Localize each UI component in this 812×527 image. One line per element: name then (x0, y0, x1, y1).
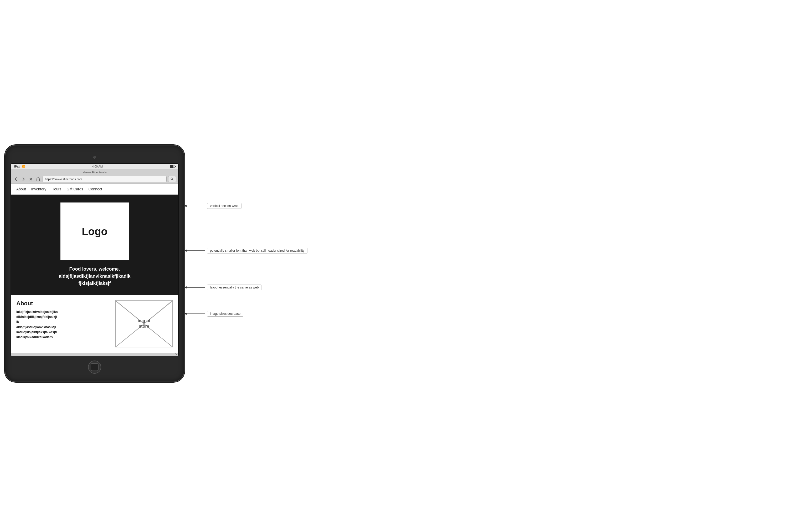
about-section: About lakdjflkjaslkdvnlkdjsalkfjlks dlkf… (11, 295, 178, 353)
arrow-3-svg (184, 285, 205, 289)
svg-point-3 (171, 178, 173, 180)
about-line2: dlkfnlksjdlfkjlksajfdkljsalkjf (16, 314, 110, 319)
url-bar[interactable]: https://hawwesfinefoods.com (43, 176, 166, 182)
about-title: About (16, 300, 110, 307)
logo-box: Logo (60, 202, 129, 260)
annotation-layout: layout essentially the same as web (184, 285, 261, 290)
about-body: lakdjflkjaslkdvnlkdjsalkfjlks dlkfnlksjd… (16, 310, 110, 340)
svg-marker-12 (184, 286, 187, 288)
hero-section: Logo Food lovers, welcome. aldsjfljasdlk… (11, 195, 178, 295)
svg-rect-2 (37, 179, 40, 181)
annotation-font-size: potentially smaller font than web but st… (184, 248, 307, 254)
about-line1: lakdjflkjaslkdvnlkdjsalkfjlks (16, 310, 110, 314)
arrow-2-svg (184, 248, 205, 253)
annotations-panel: vertical section wrap potentially smalle… (184, 171, 807, 356)
device-label: iPad (14, 165, 20, 168)
browser-toolbar: https://hawwesfinefoods.com (11, 175, 178, 184)
annotation-vertical-section-wrap: vertical section wrap (184, 203, 242, 209)
ipad-screen: iPad 📶 4:00 AM Hawes Fine Foods (11, 163, 179, 356)
annotation-label-layout: layout essentially the same as web (207, 285, 261, 290)
status-left: iPad 📶 (14, 165, 25, 168)
annotation-image-sizes: image sizes decrease (184, 311, 243, 317)
about-img-col: img of store (115, 300, 173, 347)
about-line6: kiaclkynlkadnlkfilkadaifk (16, 335, 110, 340)
status-right (170, 165, 175, 168)
annotation-label-vertical-section-wrap: vertical section wrap (207, 203, 242, 209)
svg-marker-14 (184, 313, 187, 315)
home-button[interactable] (88, 360, 101, 374)
svg-line-4 (172, 179, 173, 180)
tagline-line3: fjklsjalkfjlaksjf (59, 280, 130, 287)
status-time: 4:00 AM (92, 165, 102, 168)
ipad-bottom (11, 360, 179, 374)
url-text: https://hawwesfinefoods.com (45, 177, 82, 181)
arrow-4-svg (184, 312, 205, 316)
home-button-inner (91, 363, 99, 371)
close-tab-button[interactable] (28, 176, 34, 182)
svg-marker-8 (184, 205, 187, 207)
browser-title: Hawes Fine Foods (83, 171, 107, 174)
ipad-camera (93, 156, 96, 159)
browser-title-bar: Hawes Fine Foods (11, 169, 178, 175)
forward-button[interactable] (20, 176, 26, 182)
back-button[interactable] (13, 176, 19, 182)
svg-marker-10 (184, 250, 187, 252)
about-line5: kadlkfjklsjalkfjlaksjfalkdsjfl (16, 330, 110, 335)
wifi-icon: 📶 (22, 165, 25, 168)
ipad-top-bar (11, 153, 179, 161)
tagline-line1: Food lovers, welcome. (59, 266, 130, 273)
ios-status-bar: iPad 📶 4:00 AM (11, 164, 178, 169)
arrow-1-svg (184, 204, 205, 208)
logo-text: Logo (82, 226, 107, 238)
site-nav: About Inventory Hours Gift Cards Connect (11, 184, 178, 195)
battery-icon (170, 165, 175, 168)
page-container: iPad 📶 4:00 AM Hawes Fine Foods (5, 145, 807, 382)
scroll-indicator[interactable]: ⇲ (11, 353, 178, 356)
about-text-col: About lakdjflkjaslkdvnlkdjsalkfjlks dlkf… (16, 300, 110, 340)
tagline-line2: aldsjfljasdlkfjlanvlknaslkfjlkadlk (59, 273, 130, 280)
nav-item-hours[interactable]: Hours (52, 187, 61, 191)
website-content: About Inventory Hours Gift Cards Connect… (11, 184, 178, 356)
about-line4: aldsjfljasdlkfjlanvlknaslkfjl (16, 325, 110, 330)
img-label: img of store (138, 318, 150, 329)
scroll-arrow-icon: ⇲ (175, 353, 177, 356)
browser-chrome: Hawes Fine Foods (11, 169, 178, 184)
nav-item-giftcards[interactable]: Gift Cards (67, 187, 83, 191)
home-nav-button[interactable] (35, 176, 41, 182)
about-line3: lk (16, 319, 110, 325)
battery-fill (170, 166, 173, 168)
annotation-label-image-sizes: image sizes decrease (207, 311, 243, 317)
nav-item-connect[interactable]: Connect (89, 187, 102, 191)
nav-item-about[interactable]: About (16, 187, 26, 191)
annotation-label-font-size: potentially smaller font than web but st… (207, 248, 307, 254)
nav-item-inventory[interactable]: Inventory (31, 187, 46, 191)
img-placeholder: img of store (115, 300, 173, 347)
hero-tagline: Food lovers, welcome. aldsjfljasdlkfjlan… (59, 266, 130, 287)
ipad-device: iPad 📶 4:00 AM Hawes Fine Foods (5, 145, 184, 382)
search-button[interactable] (168, 176, 176, 182)
